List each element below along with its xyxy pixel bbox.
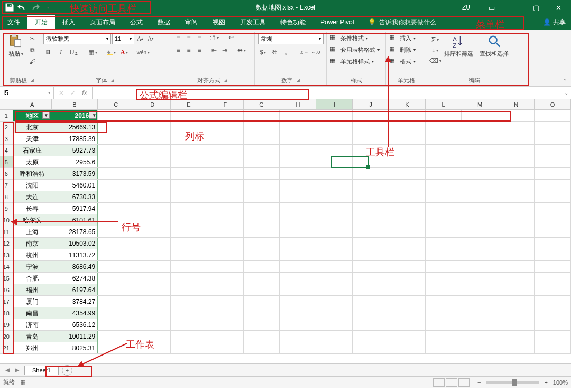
bold-button[interactable]: B <box>43 48 53 57</box>
column-header-N[interactable]: N <box>498 99 535 109</box>
cell[interactable]: 11313.72 <box>51 249 98 260</box>
cell[interactable] <box>498 284 535 295</box>
cell[interactable] <box>207 110 244 121</box>
cell[interactable]: 沈阳 <box>13 180 52 191</box>
cell[interactable] <box>98 238 134 249</box>
cell[interactable] <box>207 331 244 342</box>
close-icon[interactable]: ✕ <box>548 0 569 15</box>
cancel-formula-icon[interactable]: ✕ <box>56 89 67 97</box>
tell-me[interactable]: 💡 告诉我你想要做什么 <box>368 15 436 30</box>
cell[interactable] <box>498 214 535 226</box>
align-top-icon[interactable]: ≡ <box>173 33 183 42</box>
cell[interactable]: 3784.27 <box>51 296 98 307</box>
cell[interactable] <box>498 261 535 272</box>
formula-input[interactable] <box>93 87 561 99</box>
cell[interactable] <box>535 191 571 202</box>
cell[interactable] <box>134 284 171 295</box>
cell[interactable] <box>244 238 280 249</box>
cell[interactable] <box>171 249 207 260</box>
accounting-format-icon[interactable]: $ <box>258 48 268 57</box>
cell[interactable] <box>462 110 498 121</box>
cell[interactable] <box>389 226 426 237</box>
cell[interactable]: 6730.33 <box>51 191 98 202</box>
phonetic-icon[interactable]: wén <box>139 48 148 57</box>
cell[interactable] <box>316 261 353 272</box>
undo-icon[interactable] <box>17 2 27 13</box>
cell[interactable] <box>134 168 171 179</box>
minimize-icon[interactable]: — <box>503 0 524 15</box>
cell[interactable] <box>98 319 134 330</box>
cell[interactable]: 6274.38 <box>51 273 98 284</box>
column-header-B[interactable]: B <box>52 99 98 109</box>
cell[interactable] <box>498 122 535 133</box>
cell[interactable] <box>498 203 535 214</box>
cell[interactable] <box>498 331 535 342</box>
cell[interactable] <box>462 133 499 144</box>
cell[interactable] <box>98 122 134 133</box>
cell[interactable] <box>462 307 499 319</box>
cell[interactable] <box>498 156 535 167</box>
cell[interactable] <box>426 168 462 179</box>
cell[interactable] <box>353 191 389 202</box>
cell[interactable] <box>535 331 571 342</box>
decrease-font-icon[interactable]: A▾ <box>146 34 155 43</box>
cell[interactable]: 合肥 <box>13 273 52 284</box>
cell[interactable] <box>462 191 499 202</box>
tab-pagelayout[interactable]: 页面布局 <box>82 15 123 30</box>
cell[interactable] <box>280 307 316 319</box>
new-sheet-button[interactable]: + <box>62 365 72 376</box>
tab-home[interactable]: 开始 <box>27 15 55 30</box>
font-color-icon[interactable]: A <box>119 48 129 57</box>
cell[interactable] <box>426 342 462 353</box>
cell[interactable] <box>389 342 426 353</box>
cell[interactable] <box>280 296 316 307</box>
underline-button[interactable]: U <box>69 48 78 57</box>
cell[interactable] <box>244 342 280 353</box>
cell[interactable] <box>134 110 171 121</box>
cell[interactable] <box>498 307 535 319</box>
cell[interactable] <box>389 191 426 202</box>
cell[interactable] <box>207 191 244 202</box>
column-header-M[interactable]: M <box>462 99 499 109</box>
cell[interactable] <box>462 214 499 226</box>
column-header-E[interactable]: E <box>171 99 207 109</box>
merge-center-icon[interactable]: ⬌ <box>237 45 246 55</box>
cell[interactable] <box>280 238 316 249</box>
row-header[interactable]: 2 <box>0 122 13 133</box>
cell[interactable] <box>207 203 244 214</box>
cell[interactable] <box>353 226 389 237</box>
cell[interactable] <box>134 180 171 191</box>
cell[interactable] <box>462 203 499 214</box>
cell[interactable] <box>498 249 535 260</box>
cell[interactable] <box>389 122 426 133</box>
cell[interactable] <box>426 331 462 342</box>
view-normal-icon[interactable] <box>433 378 445 387</box>
ribbon-options-icon[interactable]: ▭ <box>481 0 502 15</box>
cell[interactable] <box>134 342 171 353</box>
cell[interactable] <box>134 156 171 167</box>
cell[interactable] <box>462 226 499 237</box>
cell[interactable] <box>134 214 171 226</box>
format-cells-button[interactable]: ▦格式▾ <box>389 56 416 67</box>
fill-series-icon[interactable]: ↓ <box>430 45 440 55</box>
tab-formulas[interactable]: 公式 <box>123 15 150 30</box>
clipboard-dialog-icon[interactable]: ◢ <box>30 78 34 83</box>
cell[interactable] <box>535 145 571 156</box>
cell[interactable] <box>244 284 280 295</box>
cell[interactable] <box>353 122 389 133</box>
cell[interactable] <box>134 296 171 307</box>
cell[interactable] <box>389 307 426 319</box>
column-header-O[interactable]: O <box>535 99 571 109</box>
cell[interactable] <box>498 110 535 121</box>
cell[interactable] <box>462 319 499 330</box>
cell[interactable] <box>316 273 353 284</box>
cell[interactable] <box>134 249 171 260</box>
row-header[interactable]: 18 <box>0 307 13 319</box>
cell[interactable] <box>171 273 207 284</box>
cell[interactable] <box>171 191 207 202</box>
cell[interactable] <box>98 261 134 272</box>
cell[interactable] <box>353 214 389 226</box>
redo-icon[interactable] <box>30 2 40 13</box>
decrease-decimal-icon[interactable]: ←.0 <box>311 48 320 57</box>
cell[interactable] <box>535 307 571 319</box>
